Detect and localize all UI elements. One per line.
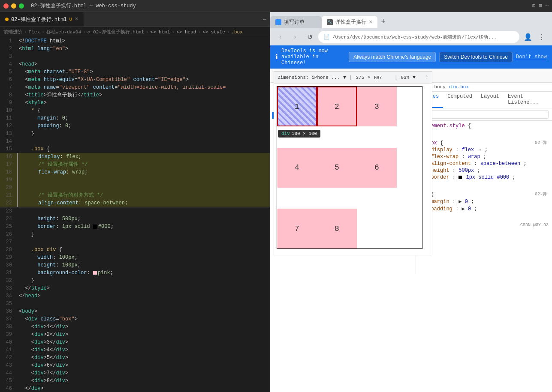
switch-devtools-button[interactable]: Switch DevTools to Chinese: [439, 52, 513, 62]
editor-more-icon[interactable]: ⋯: [260, 16, 270, 23]
info-icon: ℹ: [275, 53, 278, 61]
code-line: 41 <div>4</div>: [0, 346, 270, 354]
code-line: 26 }: [0, 230, 270, 238]
bc-5: <> html: [150, 30, 170, 35]
browser-tab-2[interactable]: 🔧 弹性盒子换行 ×: [322, 16, 377, 28]
code-line: 34 </head>: [0, 292, 270, 300]
styles-content: element.style { }: [416, 121, 552, 274]
code-line-highlighted: 22 align-content: space-between;: [0, 199, 270, 207]
code-line: 3: [0, 53, 270, 60]
styles-subtab-layout[interactable]: Layout: [477, 92, 504, 108]
styles-subtabs: Styles Computed Layout Event Listene...: [416, 92, 552, 108]
item-tooltip: div 100 × 100: [278, 130, 320, 138]
code-line: 1 <!DOCTYPE html>: [0, 37, 270, 45]
code-line: 5 <meta charset="UTF-8">: [0, 68, 270, 76]
nav-menu-button[interactable]: ⋮: [536, 31, 548, 43]
flex-item-1: 1 div 100 × 100: [277, 87, 317, 126]
tab-modified-dot: [5, 18, 9, 21]
always-match-button[interactable]: Always match Chrome's language: [349, 52, 436, 62]
code-line: 46 </div>: [0, 385, 270, 392]
styles-filter: [416, 108, 552, 121]
code-line: 10 * {: [0, 107, 270, 114]
browser-tabs: 🌐 填写订单 🔧 弹性盒子换行 × +: [270, 12, 552, 28]
minimize-button[interactable]: [11, 3, 16, 9]
dim-label: Dimensions: iPhone ...: [278, 75, 340, 80]
style-rule-box: .box { 02-弹 display : flex ▪: [419, 140, 549, 188]
title-bar: 02-弹性盒子换行.html — web-css-study ⊡ ⊞ ⋯: [0, 0, 552, 12]
flex-item-4: 4: [277, 148, 317, 188]
preview-flex-box: 1 div 100 × 100 2 3 4 5 6 7 8: [277, 86, 422, 249]
nav-account-button[interactable]: 👤: [522, 31, 534, 43]
preview-toolbar: Dimensions: iPhone ... ▼ | 375 × | 93% ▼…: [274, 72, 432, 84]
code-line-highlighted: 17 /* 设置换行属性 */: [0, 161, 270, 168]
code-line: 8 <title>弹性盒子换行</title>: [0, 91, 270, 99]
nav-extra: 👤 ⋮: [522, 31, 548, 43]
dont-show-link[interactable]: Don't show: [516, 54, 547, 60]
browser-nav: ‹ › ↺ 📄 /Users/dyc/Documents/web-css-stu…: [270, 28, 552, 45]
preview-content: 1 div 100 × 100 2 3 4 5 6 7 8: [274, 84, 432, 251]
maximize-button[interactable]: [19, 3, 24, 9]
editor-content[interactable]: 1 <!DOCTYPE html> 2 <html lang="en"> 3 4…: [0, 37, 270, 392]
style-rule-star: * { 02-弹 margin : ▶ 0 ;: [419, 191, 549, 219]
code-line: 37 <div class="box">: [0, 315, 270, 323]
browser-tab-2-close[interactable]: ×: [369, 19, 372, 26]
styles-subtab-events[interactable]: Event Listene...: [504, 92, 552, 108]
bc-3: 移动web-day04: [46, 29, 81, 35]
code-line: 9 <style>: [0, 99, 270, 107]
code-line: 36 <body>: [0, 308, 270, 315]
code-line: 40 <div>3</div>: [0, 338, 270, 346]
code-line-highlighted: 19: [0, 176, 270, 184]
style-rule-element: element.style { }: [419, 123, 549, 136]
breadcrumb: 前端进阶 › Flex › 移动web-day04 › ◇ 02-弹性盒子换行.…: [0, 27, 270, 37]
flex-item-3: 3: [357, 87, 397, 126]
nav-forward-button[interactable]: ›: [289, 31, 301, 43]
nav-refresh-button[interactable]: ↺: [304, 31, 316, 43]
height-input[interactable]: [374, 75, 391, 80]
code-line: 23: [0, 207, 270, 215]
title-bar-icons: ⊡ ⊞ ⋯: [532, 3, 549, 9]
code-line: 39 <div>2</div>: [0, 331, 270, 338]
browser-tab-2-icon: 🔧: [327, 19, 333, 25]
bc-divbox[interactable]: div.box: [449, 84, 469, 90]
styles-subtab-computed[interactable]: Computed: [443, 92, 477, 108]
code-line: 24 height: 500px;: [0, 215, 270, 223]
code-lines: 1 <!DOCTYPE html> 2 <html lang="en"> 3 4…: [0, 37, 270, 392]
bc-7: <> style: [202, 30, 225, 35]
tab-close-icon[interactable]: ×: [75, 16, 78, 23]
code-line: 25 border: 1px solid #000;: [0, 223, 270, 230]
flex-item-2: 2: [317, 87, 357, 126]
flex-item-5: 5: [317, 148, 357, 188]
code-line: 35: [0, 300, 270, 308]
zoom-arrow: ▼: [413, 75, 416, 80]
flex-item-8: 8: [317, 209, 357, 248]
code-line: 11 margin: 0;: [0, 114, 270, 122]
editor-tab-active[interactable]: 02-弹性盒子换行.html U ×: [0, 12, 84, 27]
browser-tab-1[interactable]: 🌐 填写订单: [270, 16, 322, 28]
code-line: 44 <div>7</div>: [0, 369, 270, 377]
editor-panel: 02-弹性盒子换行.html U × ⋯ 前端进阶 › Flex › 移动web…: [0, 12, 270, 392]
code-line: 43 <div>6</div>: [0, 362, 270, 369]
window-controls: [3, 3, 24, 9]
styles-filter-input[interactable]: [419, 110, 549, 119]
code-line: 6 <meta http-equiv="X-UA-Compatible" con…: [0, 76, 270, 84]
address-lock-icon: 📄: [323, 34, 330, 40]
code-line: 27: [0, 238, 270, 246]
width-value: 375: [356, 75, 364, 80]
address-bar[interactable]: 📄 /Users/dyc/Documents/web-css-study/web…: [318, 31, 519, 43]
browser-preview-area: Dimensions: iPhone ... ▼ | 375 × | 93% ▼…: [274, 71, 432, 255]
styles-breadcrumb: html body div.box: [416, 83, 552, 92]
csdn-watermark: CSDN @GY-93: [419, 223, 549, 227]
close-button[interactable]: [3, 3, 9, 9]
code-line: 30 height: 100px;: [0, 261, 270, 269]
code-line: 14: [0, 138, 270, 145]
new-tab-button[interactable]: +: [377, 17, 389, 26]
bc-body[interactable]: body: [434, 84, 445, 90]
code-line: 2 <html lang="en">: [0, 45, 270, 53]
nav-back-button[interactable]: ‹: [274, 31, 287, 43]
info-text: DevTools is now available in Chinese!: [281, 48, 345, 66]
code-line: 15 .box {: [0, 145, 270, 153]
code-line: 12 padding: 0;: [0, 122, 270, 130]
devtools-info-bar: ℹ DevTools is now available in Chinese! …: [270, 45, 552, 69]
code-line: 31 background-color: pink;: [0, 269, 270, 277]
bc-6: <> head: [176, 30, 196, 35]
